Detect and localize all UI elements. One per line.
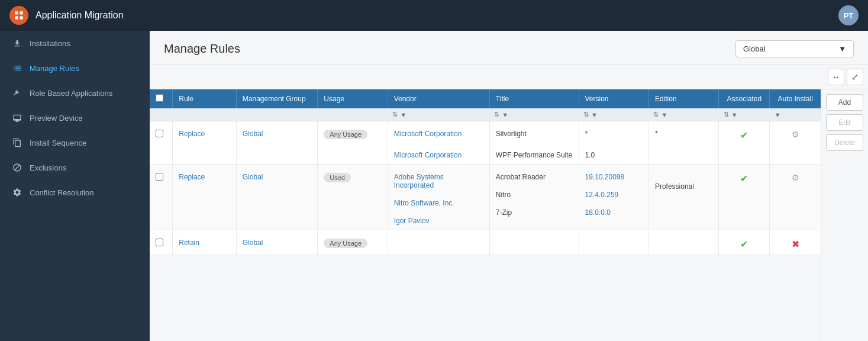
filter-checkbox-cell [150,108,173,121]
filter-usage [318,108,388,121]
row1-title-list: Silverlight WPF Performance Suite [496,130,573,159]
filter-icon[interactable]: ▼ [400,111,406,118]
row3-vendor [388,230,489,255]
filter-edition: ⇅ ▼ [648,108,718,121]
sort-icon[interactable]: ⇅ [724,111,729,118]
row3-auto-install-x: ✖ [792,239,799,249]
filter-mgmt [236,108,317,121]
row1-vendor-2[interactable]: Microsoft Corporation [394,151,483,159]
sidebar-item-manage-rules[interactable]: Manage Rules [0,56,150,81]
sidebar-item-installations[interactable]: Installations [0,31,150,56]
sidebar-item-exclusions[interactable]: Exclusions [0,155,150,180]
sidebar-item-preview-device[interactable]: Preview Device [0,105,150,130]
row2-checkbox[interactable] [156,173,163,181]
row3-auto-install: ✖ [770,230,821,255]
filter-icon[interactable]: ▼ [775,111,781,118]
svg-rect-2 [15,17,18,20]
row2-rule-link[interactable]: Replace [179,173,205,181]
filter-icon[interactable]: ▼ [661,111,667,118]
row1-auto-install: ⚙ [770,121,821,165]
row1-vendor-list: Microsoft Corporation Microsoft Corporat… [394,130,483,159]
row2-vendor-1[interactable]: Adobe Systems Incorporated [394,173,483,189]
row1-title-1: Silverlight [496,130,573,138]
side-actions-panel: Add Edit Delete [821,89,868,341]
row2-version-2[interactable]: 12.4.0.259 [585,191,643,199]
sort-icon[interactable]: ⇅ [583,111,589,118]
row1-associated: ✔ [719,121,770,165]
sort-icon[interactable]: ⇅ [653,111,659,118]
row2-usage: Used [318,165,388,230]
row3-rule-link[interactable]: Retain [179,239,199,247]
row2-version-3[interactable]: 18.0.0.0 [585,208,643,217]
rules-table: Rule Management Group Usage Vendor Title… [150,89,821,255]
filter-version: ⇅ ▼ [579,108,648,121]
row3-checkbox[interactable] [156,239,163,246]
row1-usage: Any Usage [318,121,388,165]
filter-icon[interactable]: ▼ [591,111,598,118]
app-logo [9,6,28,25]
sort-icon[interactable]: ⇅ [494,111,499,118]
sort-icon[interactable]: ⇅ [392,111,398,118]
edit-button[interactable]: Edit [826,114,863,131]
filter-icon[interactable]: ▼ [502,111,508,118]
select-all-checkbox[interactable] [156,94,163,102]
table-row: Replace Global Any Usage Microsoft Corpo… [150,121,821,165]
row2-vendor: Adobe Systems Incorporated Nitro Softwar… [388,165,489,230]
col-version-header: Version [579,89,648,108]
filter-associated: ⇅ ▼ [719,108,770,121]
table-row: Retain Global Any Usage [150,230,821,255]
scope-dropdown[interactable]: Global ▼ [735,40,854,57]
row3-associated-check: ✔ [740,239,748,249]
row1-mgmt-link[interactable]: Global [243,130,263,138]
row1-associated-check: ✔ [740,130,748,140]
row2-edition: Professional [648,165,718,230]
row2-vendor-3[interactable]: Igor Pavlov [394,217,483,225]
row2-title-2: Nitro [496,191,573,199]
auto-filter-icons: ▼ [775,111,816,118]
row3-mgmt-link[interactable]: Global [243,239,263,247]
sidebar-item-preview-device-label: Preview Device [30,114,83,123]
sidebar-item-installations-label: Installations [30,39,70,48]
wrench-icon [12,88,22,98]
edition-filter-icons: ⇅ ▼ [653,111,714,118]
gear-icon [12,187,22,198]
col-checkbox [150,89,173,108]
row1-title-2: WPF Performance Suite [496,151,573,159]
row1-version-1: * [585,130,643,138]
sidebar-item-role-based-label: Role Based Applications [30,89,112,98]
col-title-header: Title [489,89,579,108]
col-edition-header: Edition [648,89,718,108]
col-mgmt-header: Management Group [236,89,317,108]
sidebar-item-manage-rules-label: Manage Rules [30,64,79,73]
add-button[interactable]: Add [826,94,863,111]
ban-icon [12,162,22,173]
row1-checkbox[interactable] [156,130,163,137]
filter-icon[interactable]: ▼ [731,111,738,118]
sidebar-item-conflict-resolution[interactable]: Conflict Resolution [0,180,150,205]
col-rule-header: Rule [173,89,237,108]
col-usage-header: Usage [318,89,388,108]
row2-vendor-2[interactable]: Nitro Software, Inc. [394,199,483,207]
row2-mgmt: Global [236,165,317,230]
row2-rule: Replace [173,165,237,230]
row3-checkbox-cell [150,230,173,255]
arrows-icon-btn[interactable]: ↔ [828,69,844,85]
list-icon [12,63,22,73]
sidebar-item-role-based[interactable]: Role Based Applications [0,81,150,105]
version-filter-icons: ⇅ ▼ [583,111,644,118]
content-area: Manage Rules Global ▼ ↔ ⤢ [150,31,868,341]
sidebar-item-install-sequence[interactable]: Install Sequence [0,130,150,155]
copy-icon [12,137,22,148]
title-filter-icons: ⇅ ▼ [494,111,574,118]
expand-icon-btn[interactable]: ⤢ [847,69,863,85]
row2-version: 19.10.20098 12.4.0.259 18.0.0.0 [579,165,648,230]
main-layout: Installations Manage Rules Role Based Ap… [0,31,868,341]
delete-button[interactable]: Delete [826,134,863,151]
row2-version-1[interactable]: 19.10.20098 [585,173,643,181]
row2-mgmt-link[interactable]: Global [243,173,263,181]
row1-rule-link[interactable]: Replace [179,130,205,138]
row2-title-3: 7-Zip [496,208,573,217]
page-header: Manage Rules Global ▼ [150,31,868,65]
row1-vendor-1[interactable]: Microsoft Corporation [394,130,483,138]
row2-auto-install-spinner: ⚙ [792,173,799,182]
